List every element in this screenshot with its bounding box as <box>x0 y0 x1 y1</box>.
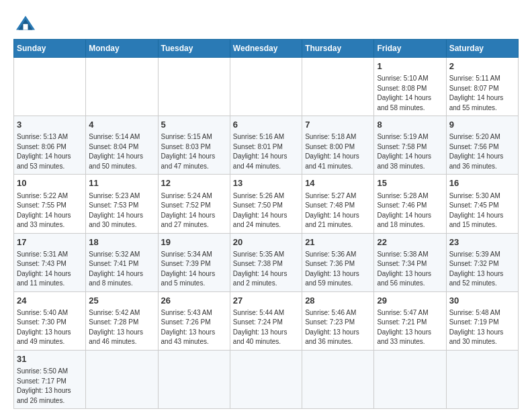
day-number: 23 <box>449 236 515 248</box>
day-info: Sunrise: 5:48 AM Sunset: 7:19 PM Dayligh… <box>449 308 515 347</box>
calendar-week-row: 17Sunrise: 5:31 AM Sunset: 7:43 PM Dayli… <box>14 233 519 291</box>
day-info: Sunrise: 5:20 AM Sunset: 7:56 PM Dayligh… <box>449 132 515 171</box>
calendar-day-cell: 26Sunrise: 5:43 AM Sunset: 7:26 PM Dayli… <box>158 291 230 350</box>
day-info: Sunrise: 5:32 AM Sunset: 7:41 PM Dayligh… <box>89 250 154 289</box>
day-number: 22 <box>377 236 443 248</box>
day-number: 5 <box>161 119 227 131</box>
day-number: 28 <box>305 295 371 307</box>
col-monday: Monday <box>86 40 158 58</box>
calendar-day-cell: 4Sunrise: 5:14 AM Sunset: 8:04 PM Daylig… <box>86 116 158 175</box>
day-info: Sunrise: 5:50 AM Sunset: 7:17 PM Dayligh… <box>17 367 83 406</box>
day-number: 21 <box>305 236 371 248</box>
calendar-day-cell: 27Sunrise: 5:44 AM Sunset: 7:24 PM Dayli… <box>230 291 302 350</box>
day-number: 16 <box>449 177 515 189</box>
calendar-day-cell: 29Sunrise: 5:47 AM Sunset: 7:21 PM Dayli… <box>374 291 446 350</box>
day-number: 4 <box>89 119 154 131</box>
calendar-day-cell: 2Sunrise: 5:11 AM Sunset: 8:07 PM Daylig… <box>446 58 518 116</box>
day-info: Sunrise: 5:23 AM Sunset: 7:53 PM Dayligh… <box>89 191 154 230</box>
day-number: 14 <box>305 177 371 189</box>
day-info: Sunrise: 5:18 AM Sunset: 8:00 PM Dayligh… <box>305 132 371 171</box>
calendar-day-cell: 19Sunrise: 5:34 AM Sunset: 7:39 PM Dayli… <box>158 233 230 291</box>
logo-icon <box>13 13 38 32</box>
calendar-day-cell: 22Sunrise: 5:38 AM Sunset: 7:34 PM Dayli… <box>374 233 446 291</box>
calendar-day-cell <box>230 58 302 116</box>
col-sunday: Sunday <box>14 40 86 58</box>
calendar-day-cell <box>14 58 86 116</box>
calendar-header: Sunday Monday Tuesday Wednesday Thursday… <box>14 40 519 58</box>
calendar-week-row: 3Sunrise: 5:13 AM Sunset: 8:06 PM Daylig… <box>14 116 519 175</box>
day-info: Sunrise: 5:28 AM Sunset: 7:46 PM Dayligh… <box>377 191 443 230</box>
calendar-day-cell: 3Sunrise: 5:13 AM Sunset: 8:06 PM Daylig… <box>14 116 86 175</box>
day-info: Sunrise: 5:24 AM Sunset: 7:52 PM Dayligh… <box>161 191 227 230</box>
calendar-day-cell <box>374 350 446 408</box>
day-number: 17 <box>17 236 83 248</box>
calendar-day-cell: 28Sunrise: 5:46 AM Sunset: 7:23 PM Dayli… <box>302 291 374 350</box>
day-info: Sunrise: 5:19 AM Sunset: 7:58 PM Dayligh… <box>377 132 443 171</box>
calendar-day-cell: 17Sunrise: 5:31 AM Sunset: 7:43 PM Dayli… <box>14 233 86 291</box>
calendar-day-cell <box>86 350 158 408</box>
day-info: Sunrise: 5:44 AM Sunset: 7:24 PM Dayligh… <box>233 308 299 347</box>
calendar-day-cell: 25Sunrise: 5:42 AM Sunset: 7:28 PM Dayli… <box>86 291 158 350</box>
day-number: 25 <box>89 295 154 307</box>
day-info: Sunrise: 5:42 AM Sunset: 7:28 PM Dayligh… <box>89 308 154 347</box>
day-info: Sunrise: 5:27 AM Sunset: 7:48 PM Dayligh… <box>305 191 371 230</box>
calendar-day-cell: 9Sunrise: 5:20 AM Sunset: 7:56 PM Daylig… <box>446 116 518 175</box>
day-info: Sunrise: 5:16 AM Sunset: 8:01 PM Dayligh… <box>233 132 299 171</box>
calendar-week-row: 31Sunrise: 5:50 AM Sunset: 7:17 PM Dayli… <box>14 350 519 408</box>
col-tuesday: Tuesday <box>158 40 230 58</box>
day-number: 6 <box>233 119 299 131</box>
calendar-week-row: 1Sunrise: 5:10 AM Sunset: 8:08 PM Daylig… <box>14 58 519 116</box>
header-row: Sunday Monday Tuesday Wednesday Thursday… <box>14 40 519 58</box>
calendar-day-cell <box>158 350 230 408</box>
col-thursday: Thursday <box>302 40 374 58</box>
day-number: 15 <box>377 177 443 189</box>
calendar-day-cell: 14Sunrise: 5:27 AM Sunset: 7:48 PM Dayli… <box>302 175 374 233</box>
calendar-day-cell: 6Sunrise: 5:16 AM Sunset: 8:01 PM Daylig… <box>230 116 302 175</box>
day-number: 29 <box>377 295 443 307</box>
col-friday: Friday <box>374 40 446 58</box>
day-number: 2 <box>449 60 515 73</box>
calendar-day-cell: 24Sunrise: 5:40 AM Sunset: 7:30 PM Dayli… <box>14 291 86 350</box>
day-number: 26 <box>161 295 227 307</box>
day-number: 13 <box>233 177 299 189</box>
day-info: Sunrise: 5:13 AM Sunset: 8:06 PM Dayligh… <box>17 132 83 171</box>
calendar-day-cell: 7Sunrise: 5:18 AM Sunset: 8:00 PM Daylig… <box>302 116 374 175</box>
day-number: 31 <box>17 353 83 365</box>
calendar-day-cell: 31Sunrise: 5:50 AM Sunset: 7:17 PM Dayli… <box>14 350 86 408</box>
day-info: Sunrise: 5:35 AM Sunset: 7:38 PM Dayligh… <box>233 250 299 289</box>
day-number: 7 <box>305 119 371 131</box>
day-number: 11 <box>89 177 154 189</box>
day-number: 12 <box>161 177 227 189</box>
calendar-day-cell: 11Sunrise: 5:23 AM Sunset: 7:53 PM Dayli… <box>86 175 158 233</box>
calendar-day-cell: 8Sunrise: 5:19 AM Sunset: 7:58 PM Daylig… <box>374 116 446 175</box>
page-header <box>13 13 519 32</box>
calendar-week-row: 24Sunrise: 5:40 AM Sunset: 7:30 PM Dayli… <box>14 291 519 350</box>
calendar-body: 1Sunrise: 5:10 AM Sunset: 8:08 PM Daylig… <box>14 58 519 409</box>
day-info: Sunrise: 5:15 AM Sunset: 8:03 PM Dayligh… <box>161 132 227 171</box>
calendar-day-cell: 5Sunrise: 5:15 AM Sunset: 8:03 PM Daylig… <box>158 116 230 175</box>
calendar-day-cell: 13Sunrise: 5:26 AM Sunset: 7:50 PM Dayli… <box>230 175 302 233</box>
calendar-day-cell <box>302 58 374 116</box>
calendar-day-cell: 16Sunrise: 5:30 AM Sunset: 7:45 PM Dayli… <box>446 175 518 233</box>
calendar-week-row: 10Sunrise: 5:22 AM Sunset: 7:55 PM Dayli… <box>14 175 519 233</box>
calendar-day-cell <box>86 58 158 116</box>
day-info: Sunrise: 5:11 AM Sunset: 8:07 PM Dayligh… <box>449 74 515 113</box>
calendar-day-cell: 18Sunrise: 5:32 AM Sunset: 7:41 PM Dayli… <box>86 233 158 291</box>
day-number: 8 <box>377 119 443 131</box>
calendar-day-cell <box>302 350 374 408</box>
day-info: Sunrise: 5:26 AM Sunset: 7:50 PM Dayligh… <box>233 191 299 230</box>
day-info: Sunrise: 5:22 AM Sunset: 7:55 PM Dayligh… <box>17 191 83 230</box>
day-info: Sunrise: 5:36 AM Sunset: 7:36 PM Dayligh… <box>305 250 371 289</box>
day-number: 20 <box>233 236 299 248</box>
calendar-day-cell: 21Sunrise: 5:36 AM Sunset: 7:36 PM Dayli… <box>302 233 374 291</box>
col-wednesday: Wednesday <box>230 40 302 58</box>
calendar-day-cell <box>158 58 230 116</box>
day-number: 1 <box>377 60 443 73</box>
day-info: Sunrise: 5:30 AM Sunset: 7:45 PM Dayligh… <box>449 191 515 230</box>
day-info: Sunrise: 5:46 AM Sunset: 7:23 PM Dayligh… <box>305 308 371 347</box>
calendar-day-cell: 23Sunrise: 5:39 AM Sunset: 7:32 PM Dayli… <box>446 233 518 291</box>
day-number: 30 <box>449 295 515 307</box>
day-info: Sunrise: 5:47 AM Sunset: 7:21 PM Dayligh… <box>377 308 443 347</box>
day-info: Sunrise: 5:38 AM Sunset: 7:34 PM Dayligh… <box>377 250 443 289</box>
svg-rect-3 <box>24 24 28 30</box>
